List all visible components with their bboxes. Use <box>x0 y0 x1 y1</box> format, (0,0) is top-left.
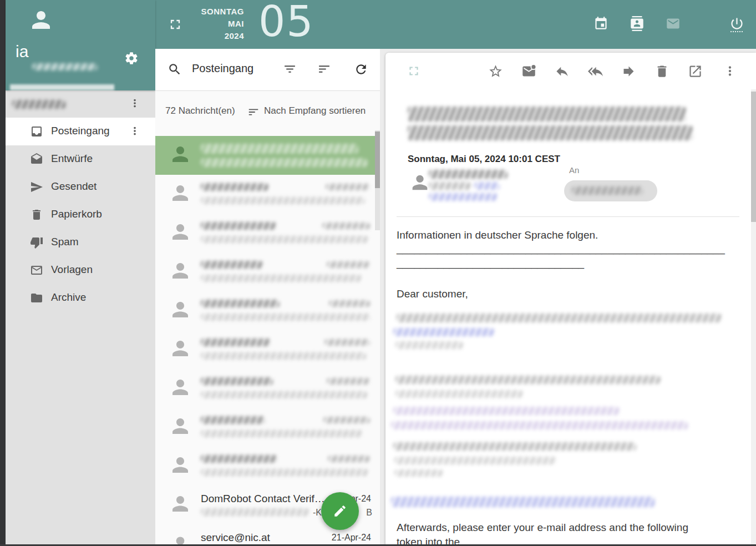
sender-avatar-icon <box>409 171 431 194</box>
folder-label: Entwürfe <box>51 153 93 165</box>
message-row[interactable] <box>155 291 380 330</box>
folder-label: Posteingang <box>51 125 110 137</box>
account-row[interactable] <box>6 90 155 118</box>
sidebar-item-papierkorb[interactable]: Papierkorb <box>6 201 155 229</box>
avatar <box>169 414 192 438</box>
list-toolbar: 72 Nachricht(en) Nach Empfang sortieren <box>155 91 380 130</box>
mark-unread-icon[interactable] <box>521 64 536 79</box>
sort-lines-icon[interactable] <box>247 106 260 118</box>
redacted-sender <box>201 222 276 230</box>
search-scope-label: Posteingang <box>192 62 253 75</box>
redacted-body-line <box>395 376 661 384</box>
compose-button[interactable] <box>321 492 359 530</box>
sidebar-header: ia <box>6 0 155 90</box>
redacted-sender <box>201 416 265 424</box>
send-icon <box>30 180 43 194</box>
reply-icon[interactable] <box>555 64 570 79</box>
gear-icon[interactable] <box>124 51 139 65</box>
forward-icon[interactable] <box>621 64 636 79</box>
avatar <box>169 492 192 515</box>
redacted-date <box>327 261 370 268</box>
sidebar-item-gesendet[interactable]: Gesendet <box>6 173 155 201</box>
message-row[interactable] <box>155 447 380 486</box>
redacted-recipient <box>572 186 643 195</box>
sidebar-item-spam[interactable]: Spam <box>6 229 155 256</box>
sort-icon[interactable] <box>317 62 331 76</box>
message-row[interactable] <box>155 330 380 369</box>
sidebar-item-posteingang[interactable]: Posteingang <box>6 118 155 145</box>
redacted-subject <box>201 508 309 516</box>
refresh-icon[interactable] <box>354 62 368 77</box>
redacted-date <box>329 300 370 307</box>
trash-icon[interactable] <box>654 64 669 79</box>
sidebar-item-vorlagen[interactable]: Vorlagen <box>6 256 155 284</box>
weekday-label: SONNTAG <box>189 6 244 18</box>
folder-icon <box>30 291 43 305</box>
redacted-subject <box>201 352 366 360</box>
topbar: SONNTAG MAI 2024 05 <box>155 0 756 49</box>
mail-icon[interactable] <box>666 16 681 31</box>
fullscreen-icon[interactable] <box>168 17 183 32</box>
redacted-date <box>323 417 370 423</box>
calendar-icon[interactable] <box>593 16 608 31</box>
message-row[interactable] <box>155 175 380 214</box>
user-avatar-icon[interactable] <box>28 7 54 33</box>
redacted-user-email <box>32 63 98 70</box>
redacted-subject <box>201 275 362 282</box>
sidebar-item-archive[interactable]: Archive <box>6 284 155 312</box>
kebab-menu-icon[interactable] <box>129 125 141 137</box>
sidebar: ia Posteingang Entw <box>6 0 155 546</box>
body-separator-2: ________________________________ <box>397 257 584 269</box>
more-icon[interactable] <box>723 64 737 78</box>
contacts-icon[interactable] <box>630 16 645 31</box>
filter-icon[interactable] <box>283 62 297 76</box>
kebab-menu-icon[interactable] <box>129 97 141 109</box>
message-date-line: Sonntag, Mai 05, 2024 10:01 CEST <box>408 154 560 165</box>
redacted-body-link[interactable] <box>393 328 494 336</box>
message-row[interactable] <box>155 408 380 447</box>
redacted-date <box>326 184 370 190</box>
redacted-body-line <box>391 421 688 429</box>
redacted-sender <box>201 144 358 154</box>
window-edge-left <box>0 0 6 546</box>
fullscreen-icon[interactable] <box>407 64 421 78</box>
message-sender: service@nic.at <box>201 532 270 544</box>
body-separator-1: ________________________________________… <box>397 242 725 255</box>
redacted-sender-detail <box>429 182 471 190</box>
message-date: 21-Apr-24 <box>332 533 371 543</box>
avatar <box>169 453 192 477</box>
body-intro: Informationen in deutscher Sprache folge… <box>397 229 598 241</box>
folder-label: Archive <box>51 291 86 304</box>
list-scrollbar-thumb[interactable] <box>375 132 380 188</box>
redacted-subject <box>201 469 368 476</box>
redacted-sender-email <box>429 193 498 201</box>
open-in-new-icon[interactable] <box>688 64 703 79</box>
message-row-selected[interactable] <box>155 136 380 175</box>
message-sender: DomRobot Contact Verif… <box>201 493 325 505</box>
recipient-chip[interactable] <box>564 180 657 201</box>
sort-order-label[interactable]: Nach Empfang sortieren <box>264 105 366 117</box>
search-icon[interactable] <box>168 62 182 77</box>
redacted-sender <box>201 300 280 307</box>
sidebar-item-entwuerfe[interactable]: Entwürfe <box>6 145 155 173</box>
redacted-sender <box>201 261 263 269</box>
message-row[interactable] <box>155 214 380 252</box>
folder-label: Gesendet <box>51 180 97 193</box>
reply-all-icon[interactable] <box>588 64 603 79</box>
date-block: SONNTAG MAI 2024 <box>189 6 244 42</box>
redacted-body-line <box>394 457 556 464</box>
message-row[interactable] <box>155 252 380 291</box>
redacted-body-link[interactable] <box>391 497 654 507</box>
power-icon[interactable] <box>729 16 744 31</box>
redacted-sender <box>201 377 273 385</box>
message-row[interactable] <box>155 369 380 408</box>
redacted-body-line <box>395 390 523 398</box>
body-greeting: Dear customer, <box>397 288 468 300</box>
search-bar[interactable]: Posteingang <box>155 49 380 91</box>
redacted-subject <box>201 314 371 321</box>
avatar <box>169 337 192 360</box>
star-icon[interactable] <box>488 64 503 79</box>
reader-scrollbar-thumb[interactable] <box>751 92 756 222</box>
folder-label: Spam <box>51 236 79 248</box>
redacted-account-name <box>12 100 65 109</box>
